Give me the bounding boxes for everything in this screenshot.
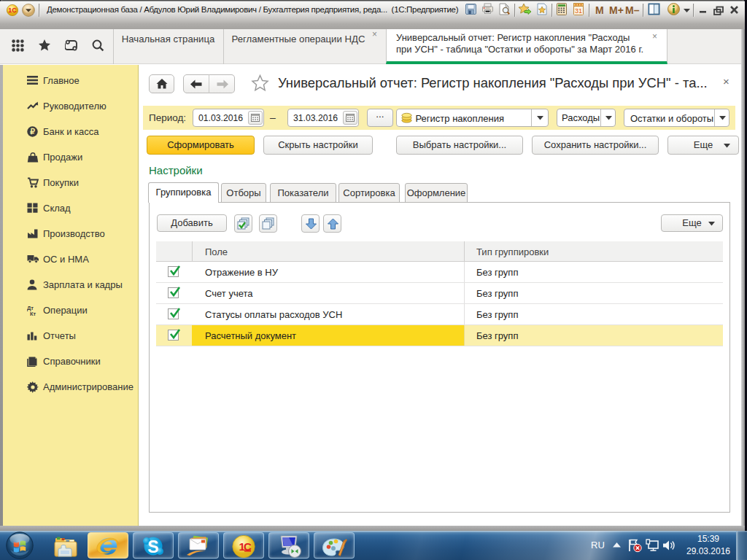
svg-text:Кт: Кт bbox=[30, 311, 36, 316]
svg-text:₽: ₽ bbox=[30, 127, 35, 136]
svg-text:S: S bbox=[147, 537, 158, 556]
svg-text:1С: 1С bbox=[8, 7, 17, 14]
svg-text:31: 31 bbox=[575, 7, 582, 15]
